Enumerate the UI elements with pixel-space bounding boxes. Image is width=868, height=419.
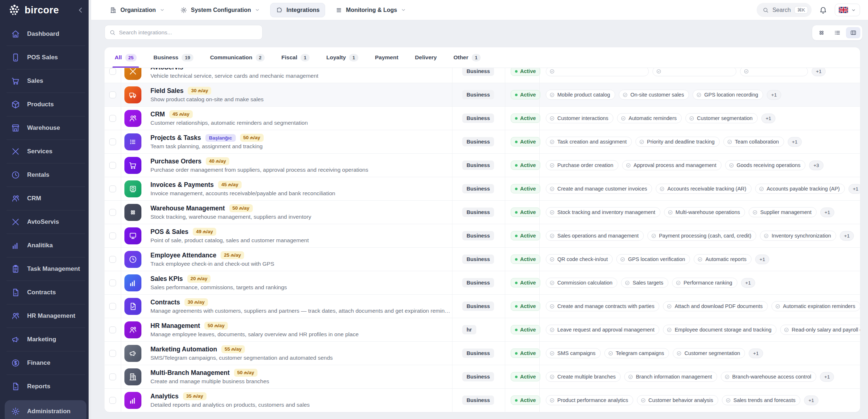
sidebar-item-finance[interactable]: Finance [0,351,91,375]
sidebar: bircore DashboardPOS SalesSalesProductsW… [0,0,91,419]
table-row-pos-sales[interactable]: POS & Sales49 ₼/ayPoint of sale, product… [105,224,860,247]
category-cell: Business [452,342,505,365]
tab-fiscal[interactable]: Fiscal1 [279,47,312,68]
table-row-hr-management[interactable]: HR Management50 ₼/ayManage employee leav… [105,318,860,341]
status-dot-icon [515,70,518,73]
global-search-button[interactable]: Search ⌘K [757,3,812,17]
tab-all[interactable]: All25 [112,47,139,68]
category-cell: Business [452,248,505,271]
feature-tag: Approval process and management [622,160,722,170]
table-row-multi-branch-management[interactable]: Multi-Branch Management50 ₼/ayCreate and… [105,365,860,388]
sidebar-item-avtoservis[interactable]: AvtoServis [0,210,91,234]
nav-item-organization[interactable]: Organization [105,3,170,17]
row-checkbox[interactable] [109,256,116,263]
checkbox-cell [105,365,121,388]
feature-tag: Customer interactions [546,113,613,123]
integration-cell: Employee Attendance25 ₼/ayTrack employee… [121,251,452,268]
list-view-button[interactable] [830,27,844,38]
table-row-analytics[interactable]: Analytics35 ₼/ayDetailed reports and ana… [105,388,860,412]
sidebar-nav: DashboardPOS SalesSalesProductsWarehouse… [0,20,91,419]
language-selector[interactable] [835,4,860,16]
notifications-button[interactable] [819,6,827,14]
table-row-invoices-payments[interactable]: Invoices & Payments45 ₼/ayInvoice manage… [105,177,860,200]
sidebar-item-pos-sales[interactable]: POS Sales [0,46,91,69]
sidebar-item-task-management[interactable]: Task Management [0,257,91,281]
integration-description: Detailed reports and analytics on produc… [150,402,310,408]
row-checkbox[interactable] [109,397,116,404]
feature-tag: Automatic reminders [617,113,682,123]
nav-item-label: Monitoring & Logs [346,7,397,13]
row-checkbox[interactable] [109,185,116,192]
sidebar-collapse-button[interactable] [77,6,85,14]
stack-icon [335,7,342,14]
table-row-warehouse-management[interactable]: Warehouse Management50 ₼/ayStock trackin… [105,200,860,224]
table-row-crm[interactable]: CRM45 ₼/ayCustomer relationships, automa… [105,106,860,130]
tab-delivery[interactable]: Delivery [413,47,439,68]
row-checkbox[interactable] [109,350,116,357]
integration-description: Point of sale, product catalog, sales an… [150,237,309,244]
columns-view-button[interactable] [846,27,860,38]
check-circle-icon [729,163,734,168]
row-checkbox[interactable] [109,279,116,286]
sidebar-item-rentals[interactable]: Rentals [0,163,91,187]
sidebar-item-services[interactable]: Services [0,140,91,163]
tags-cell: Leave request and approval managementEmp… [539,318,860,341]
status-badge: Active [511,137,540,146]
sidebar-item-contracts[interactable]: Contracts [0,281,91,304]
sidebar-item-marketing[interactable]: Marketing [0,328,91,351]
row-checkbox[interactable] [109,373,116,380]
category-badge: Business [462,302,494,311]
row-checkbox[interactable] [109,232,116,239]
table-row-projects-tasks[interactable]: Projects & TasksBaşlanğıc50 ₼/ayTeam tas… [105,130,860,153]
sidebar-item-administration[interactable]: Administration [5,400,86,419]
row-checkbox[interactable] [109,162,116,169]
category-badge: Business [462,396,494,405]
category-cell: Business [452,201,505,224]
sidebar-item-reports[interactable]: Reports [0,375,91,398]
sidebar-scrollbar[interactable] [89,0,91,419]
row-checkbox[interactable] [109,326,116,333]
more-tags-badge: +1 [804,396,818,405]
row-checkbox[interactable] [109,115,116,122]
table-row-field-sales[interactable]: Field Sales30 ₼/ayShow product catalog o… [105,83,860,106]
tab-count-badge: 1 [349,54,358,61]
sidebar-item-dashboard[interactable]: Dashboard [0,22,91,46]
tab-count-badge: 25 [125,54,137,61]
table-row-marketing-automation[interactable]: Marketing Automation55 ₼/aySMS/Telegram … [105,341,860,365]
sidebar-item-sales[interactable]: Sales [0,69,91,93]
nav-item-integrations[interactable]: Integrations [270,3,325,17]
table-row-avtoservis[interactable]: AvtoServisVehicle technical service, ser… [105,68,860,83]
table-row-purchase-orders[interactable]: Purchase Orders40 ₼/ayPurchase order man… [105,153,860,177]
sidebar-item-crm[interactable]: CRM [0,187,91,210]
integration-text: Invoices & Payments45 ₼/ayInvoice manage… [150,181,335,197]
price-badge: 20 ₼/ay [187,275,211,283]
nav-item-monitoring-logs[interactable]: Monitoring & Logs [330,3,411,17]
sidebar-item-hr-management[interactable]: HR Management [0,304,91,328]
feature-tag: GPS location verification [616,254,690,264]
tab-business[interactable]: Business19 [151,47,195,68]
integration-description: Customer relationships, automatic remind… [150,120,308,126]
integration-text: Marketing Automation55 ₼/aySMS/Telegram … [150,345,333,361]
tab-communication[interactable]: Communication2 [208,47,267,68]
check-circle-icon [549,374,555,380]
integration-cell: Warehouse Management50 ₼/ayStock trackin… [121,204,452,221]
table-row-contracts[interactable]: Contracts30 ₼/ayManage agreements with c… [105,294,860,318]
feature-tag: Branch-warehouse access control [721,372,816,382]
row-checkbox[interactable] [109,91,116,98]
sidebar-item-products[interactable]: Products [0,93,91,116]
tab-payment[interactable]: Payment [373,47,401,68]
row-checkbox[interactable] [109,138,116,145]
list-icon [124,133,141,150]
table-row-employee-attendance[interactable]: Employee Attendance25 ₼/ayTrack employee… [105,247,860,271]
nav-item-system-configuration[interactable]: System Configuration [175,3,265,17]
row-checkbox[interactable] [109,303,116,310]
grid-view-button[interactable] [814,27,829,38]
sidebar-item-analitika[interactable]: Analitika [0,234,91,257]
table-row-sales-kpis[interactable]: Sales KPIs20 ₼/aySales performance, comm… [105,271,860,294]
row-checkbox[interactable] [109,68,116,75]
sidebar-item-warehouse[interactable]: Warehouse [0,116,91,140]
tab-loyalty[interactable]: Loyalty1 [324,47,361,68]
row-checkbox[interactable] [109,209,116,216]
tab-other[interactable]: Other1 [451,47,483,68]
integrations-search-input[interactable] [119,29,258,36]
